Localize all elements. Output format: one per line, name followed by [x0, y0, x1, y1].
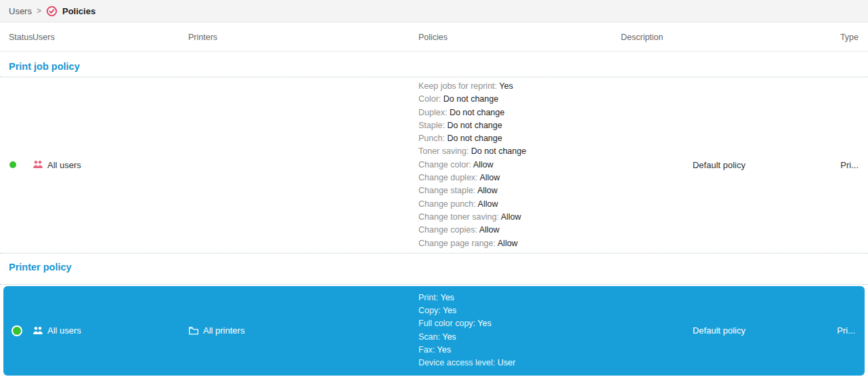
printers-cell: All printers: [188, 325, 418, 336]
column-header-users[interactable]: Users: [32, 33, 188, 42]
policy-label: Full color copy:: [418, 319, 475, 328]
status-cell: [0, 161, 32, 168]
policy-line: Duplex: Do not change: [418, 106, 621, 119]
policy-label: Fax:: [418, 345, 435, 355]
policy-value: Allow: [501, 212, 521, 222]
description-cell: Default policy: [621, 160, 817, 170]
policy-row-printer-default-selected[interactable]: All users All printers Print: Yes Copy: …: [3, 286, 865, 376]
policy-label: Staple:: [418, 121, 445, 130]
section-title-print-job-policy: Print job policy: [0, 52, 868, 77]
status-cell: [3, 327, 32, 335]
policy-label: Change color:: [418, 160, 471, 169]
policy-label: Device access level:: [418, 358, 495, 367]
policy-value: Allow: [473, 160, 494, 169]
users-label: All users: [47, 325, 81, 336]
description-cell: Default policy: [621, 325, 817, 336]
type-cell: Pri...: [817, 160, 868, 170]
column-header-type[interactable]: Type: [817, 33, 868, 42]
policy-line: Fax: Yes: [418, 344, 621, 357]
policy-value: Yes: [440, 293, 454, 302]
breadcrumb: Users > Policies: [0, 0, 868, 22]
policy-label: Change staple:: [418, 186, 475, 195]
policy-row-print-job-default[interactable]: All users Keep jobs for reprint: Yes Col…: [0, 77, 868, 254]
policy-label: Color:: [418, 94, 441, 104]
printers-label: All printers: [203, 325, 244, 336]
policy-value: Allow: [479, 225, 500, 235]
table-header-row: Status Users Printers Policies Descripti…: [0, 22, 868, 52]
policy-label: Change toner saving:: [418, 212, 499, 222]
breadcrumb-users-link[interactable]: Users: [9, 6, 32, 16]
policy-value: Yes: [437, 345, 451, 355]
breadcrumb-separator: >: [37, 6, 41, 16]
policy-value: Do not change: [450, 108, 504, 117]
policy-line: Change color: Allow: [418, 159, 621, 172]
policy-line: Toner saving: Do not change: [418, 145, 621, 158]
policy-line: Full color copy: Yes: [418, 317, 621, 330]
policy-label: Toner saving:: [418, 146, 469, 156]
policy-line: Punch: Do not change: [418, 132, 621, 145]
users-cell: All users: [32, 159, 188, 170]
policy-value: Allow: [478, 199, 498, 209]
policy-label: Print:: [418, 293, 438, 302]
policy-value: Yes: [442, 332, 456, 342]
status-active-dot: [9, 161, 16, 168]
users-group-icon: [32, 159, 43, 170]
policies-cell: Keep jobs for reprint: Yes Color: Do not…: [418, 77, 621, 253]
users-group-icon: [32, 325, 43, 336]
policy-value: Yes: [477, 319, 491, 328]
policy-value: Allow: [477, 186, 498, 195]
policy-label: Change duplex:: [418, 173, 478, 182]
policy-line: Change punch: Allow: [418, 198, 621, 211]
policy-value: Do not change: [471, 146, 526, 156]
policy-value: Do not change: [447, 121, 502, 130]
policy-value: User: [498, 358, 515, 367]
column-header-policies[interactable]: Policies: [418, 33, 621, 42]
policy-line: Change staple: Allow: [418, 184, 621, 197]
policy-line: Keep jobs for reprint: Yes: [418, 80, 621, 93]
policy-line: Change page range: Allow: [418, 237, 621, 250]
policy-line: Color: Do not change: [418, 93, 621, 106]
policy-line: Change toner saving: Allow: [418, 211, 621, 224]
column-header-status[interactable]: Status: [0, 33, 32, 42]
policy-line: Staple: Do not change: [418, 119, 621, 132]
column-header-description[interactable]: Description: [621, 33, 817, 42]
column-header-printers[interactable]: Printers: [188, 33, 418, 42]
type-cell: Pri...: [817, 325, 865, 336]
policy-badge-check-icon: [46, 5, 58, 17]
policy-value: Allow: [498, 239, 518, 248]
policy-value: Do not change: [443, 94, 498, 104]
policy-line: Device access level: User: [418, 357, 621, 369]
policy-value: Allow: [479, 173, 500, 182]
breadcrumb-current-page: Policies: [62, 6, 95, 16]
policy-label: Change punch:: [418, 199, 476, 209]
policy-line: Copy: Yes: [418, 304, 621, 317]
policy-line: Scan: Yes: [418, 331, 621, 344]
policy-line: Change copies: Allow: [418, 224, 621, 237]
policy-label: Copy:: [418, 306, 441, 315]
policy-value: Yes: [499, 81, 513, 91]
policy-label: Duplex:: [418, 108, 447, 117]
policies-cell: Print: Yes Copy: Yes Full color copy: Ye…: [418, 286, 621, 376]
policy-label: Keep jobs for reprint:: [418, 81, 497, 91]
policy-line: Print: Yes: [418, 292, 621, 304]
users-label: All users: [47, 160, 81, 170]
policy-value: Yes: [443, 306, 456, 315]
folder-icon: [188, 325, 199, 336]
policy-label: Change page range:: [418, 239, 496, 248]
policy-label: Punch:: [418, 134, 445, 143]
policy-label: Scan:: [418, 332, 440, 342]
status-active-dot-selected: [13, 327, 21, 335]
policy-label: Change copies:: [418, 225, 477, 235]
section-title-printer-policy: Printer policy: [0, 254, 868, 285]
users-cell: All users: [32, 325, 188, 336]
policy-line: Change duplex: Allow: [418, 172, 621, 184]
policy-value: Do not change: [447, 134, 502, 143]
